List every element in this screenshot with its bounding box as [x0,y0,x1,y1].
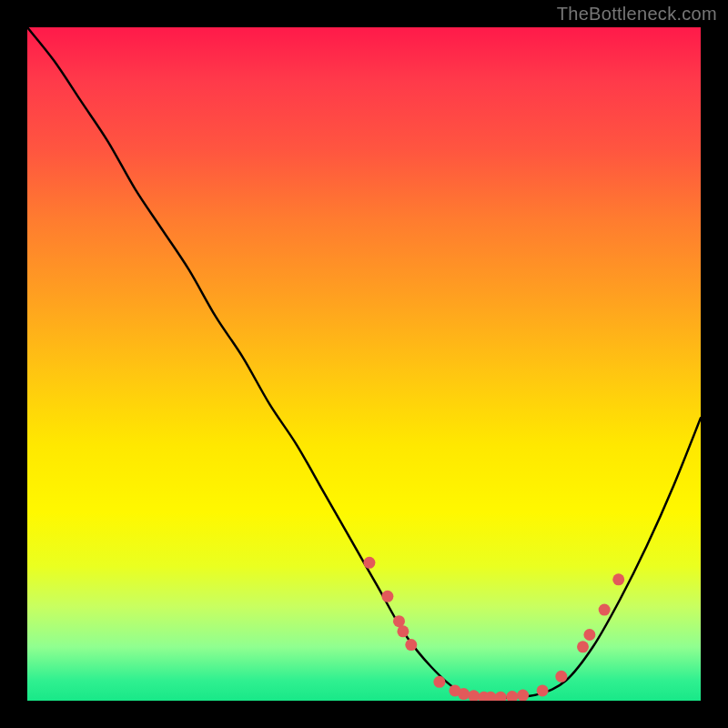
data-marker [363,557,375,569]
data-marker [583,629,595,641]
data-marker [577,641,589,652]
data-marker [612,573,624,585]
data-marker [555,671,567,682]
data-marker [433,676,445,688]
data-marker [506,691,518,701]
chart-svg [27,27,701,701]
data-marker [405,639,417,651]
data-marker [468,690,480,701]
data-marker [495,692,507,701]
marker-group [363,557,624,701]
data-marker [393,615,405,627]
data-marker [458,688,470,700]
data-marker [599,604,611,616]
bottleneck-curve [27,27,701,698]
plot-area [27,27,701,701]
data-marker [397,625,409,637]
data-marker [381,591,393,602]
watermark-text: TheBottleneck.com [557,4,717,25]
data-marker [537,684,549,696]
data-marker [517,690,529,701]
